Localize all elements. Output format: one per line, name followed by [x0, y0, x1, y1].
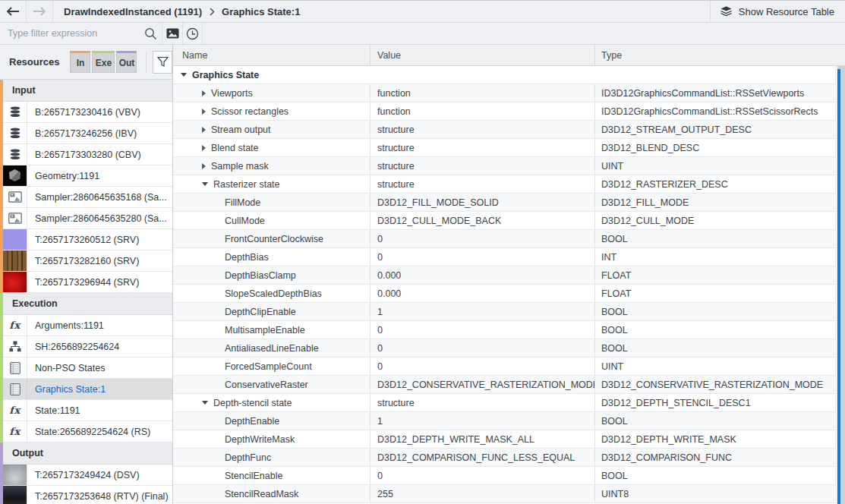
sidebar-item-label: T:2657173282160 (SRV): [27, 250, 172, 271]
column-header-name[interactable]: Name: [173, 45, 370, 65]
column-header-type[interactable]: Type: [595, 45, 845, 65]
cell-value: 0: [370, 339, 595, 357]
cell-name: Depth-stencil state: [173, 394, 370, 411]
sidebar-item[interactable]: B:2657173303280 (CBV): [3, 144, 172, 165]
image-view-button[interactable]: [162, 23, 182, 44]
sidebar-item-label: Sampler:2860645635168 (Sa...: [27, 187, 172, 207]
state-row[interactable]: Stream outputstructureD3D12_STREAM_OUTPU…: [173, 121, 835, 139]
state-row[interactable]: ForcedSampleCount0UINT: [173, 358, 835, 376]
sidebar-item[interactable]: T:2657173249424 (DSV): [3, 465, 172, 486]
show-resource-table-button[interactable]: Show Resource Table: [710, 1, 845, 22]
resource-filter-exe-button[interactable]: Exe: [92, 51, 115, 73]
item-icon-cell: [3, 250, 27, 271]
state-row[interactable]: FrontCounterClockwise0BOOL: [173, 230, 835, 248]
item-icon-cell: [3, 102, 27, 122]
state-row[interactable]: DepthBias0INT: [173, 248, 835, 266]
sidebar-item[interactable]: Sampler:2860645635168 (Sa...: [3, 187, 172, 208]
vertical-scrollbar[interactable]: [835, 66, 845, 504]
breadcrumb-current[interactable]: Graphics State:1: [222, 6, 300, 17]
state-row[interactable]: ConservativeRasterD3D12_CONSERVATIVE_RAS…: [173, 376, 835, 394]
cell-type: UINT: [595, 358, 835, 375]
row-name: Blend state: [211, 143, 259, 153]
scrollbar-thumb[interactable]: [837, 69, 840, 504]
expand-collapse-icon[interactable]: [202, 145, 206, 151]
state-row[interactable]: DepthClipEnable1BOOL: [173, 303, 835, 321]
sidebar-item[interactable]: T:2657173296944 (SRV): [3, 272, 172, 293]
layers-icon: [720, 6, 733, 17]
cell-value: structure: [370, 139, 595, 156]
history-button[interactable]: [182, 23, 203, 44]
state-row[interactable]: StencilReadMask255UINT8: [173, 485, 835, 503]
back-button[interactable]: [0, 1, 26, 22]
expand-collapse-icon[interactable]: [181, 73, 187, 77]
state-row[interactable]: Depth-stencil statestructureD3D12_DEPTH_…: [173, 394, 835, 412]
state-row[interactable]: DepthBiasClamp0.000FLOAT: [173, 266, 835, 285]
row-type: D3D12_DEPTH_STENCIL_DESC1: [601, 398, 751, 408]
cell-name: Rasterizer state: [173, 175, 370, 193]
filter-funnel-button[interactable]: [153, 51, 172, 74]
cell-name: DepthWriteMask: [173, 430, 370, 448]
state-row[interactable]: Graphics State: [173, 66, 835, 84]
sidebar-item[interactable]: T:2657173253648 (RTV) (Final): [3, 486, 172, 504]
cell-name: DepthBiasClamp: [173, 266, 370, 284]
row-type: BOOL: [601, 471, 628, 481]
row-name: DepthBias: [225, 252, 269, 263]
filter-input[interactable]: [8, 28, 144, 39]
state-row[interactable]: AntialiasedLineEnable0BOOL: [173, 339, 835, 358]
row-type: BOOL: [601, 343, 628, 354]
column-header-value[interactable]: Value: [370, 45, 595, 65]
row-name: DepthEnable: [225, 416, 279, 427]
breadcrumb-event[interactable]: DrawIndexedInstanced (1191): [64, 6, 202, 17]
forward-button[interactable]: [27, 1, 52, 22]
sidebar-item[interactable]: Geometry:1191: [3, 165, 172, 187]
expand-collapse-icon[interactable]: [202, 163, 206, 169]
expand-collapse-icon[interactable]: [202, 109, 206, 115]
sidebar-item[interactable]: B:2657173230416 (VBV): [3, 102, 172, 123]
resource-filter-in-button[interactable]: In: [70, 51, 90, 73]
cell-name: FrontCounterClockwise: [173, 230, 370, 247]
expand-collapse-icon[interactable]: [202, 90, 206, 96]
state-row[interactable]: DepthWriteMaskD3D12_DEPTH_WRITE_MASK_ALL…: [173, 430, 835, 449]
state-row[interactable]: DepthFuncD3D12_COMPARISON_FUNC_LESS_EQUA…: [173, 449, 835, 467]
row-value: 255: [377, 489, 393, 499]
sidebar-item[interactable]: fxState:1191: [3, 400, 172, 421]
sidebar-item[interactable]: T:2657173282160 (SRV): [3, 250, 172, 272]
sidebar-item-label: T:2657173249424 (DSV): [27, 465, 172, 485]
item-icon-cell: [3, 165, 27, 186]
state-row[interactable]: SlopeScaledDepthBias0.000FLOAT: [173, 285, 835, 303]
state-row[interactable]: Rasterizer statestructureD3D12_RASTERIZE…: [173, 175, 835, 194]
expand-collapse-icon[interactable]: [202, 127, 206, 133]
row-value: function: [377, 88, 411, 99]
state-row[interactable]: MultisampleEnable0BOOL: [173, 321, 835, 339]
breadcrumb-chevron-icon: [209, 8, 215, 16]
state-row[interactable]: Blend statestructureD3D12_BLEND_DESC: [173, 139, 835, 157]
sidebar-item[interactable]: B:2657173246256 (IBV): [3, 123, 172, 144]
sidebar-item[interactable]: SH:2656892254624: [3, 336, 172, 358]
state-row[interactable]: CullModeD3D12_CULL_MODE_BACKD3D12_CULL_M…: [173, 212, 835, 230]
row-value: 0: [377, 252, 383, 263]
state-table-panel: Name Value Type Graphics StateViewportsf…: [173, 45, 845, 504]
row-type: D3D12_FILL_MODE: [601, 197, 689, 208]
expand-collapse-icon[interactable]: [202, 182, 208, 186]
resource-filter-out-button[interactable]: Out: [116, 51, 137, 73]
cell-name: Stream output: [173, 121, 370, 138]
row-value: function: [377, 106, 411, 117]
expand-collapse-icon[interactable]: [202, 401, 208, 405]
state-row[interactable]: Scissor rectanglesfunctionID3D12Graphics…: [173, 102, 835, 121]
sidebar-item[interactable]: Graphics State:1: [3, 379, 172, 400]
row-value: 0: [377, 234, 383, 244]
section-output: OutputT:2657173249424 (DSV)T:26571732536…: [0, 443, 172, 504]
sidebar-item[interactable]: fxState:2656892254624 (RS): [3, 421, 172, 443]
state-row[interactable]: StencilEnable0BOOL: [173, 467, 835, 485]
sidebar-item[interactable]: fxArguments:1191: [3, 315, 172, 336]
state-row[interactable]: ViewportsfunctionID3D12GraphicsCommandLi…: [173, 84, 835, 102]
sidebar-item[interactable]: Sampler:2860645635280 (Sa...: [3, 208, 172, 229]
item-icon-cell: [3, 379, 27, 399]
state-row[interactable]: FillModeD3D12_FILL_MODE_SOLIDD3D12_FILL_…: [173, 194, 835, 212]
state-row[interactable]: Sample maskstructureUINT: [173, 157, 835, 175]
sidebar-item[interactable]: Non-PSO States: [3, 358, 172, 379]
cell-name: Blend state: [173, 139, 370, 156]
cell-value: D3D12_DEPTH_WRITE_MASK_ALL: [370, 430, 595, 448]
state-row[interactable]: DepthEnable1BOOL: [173, 412, 835, 430]
sidebar-item[interactable]: T:2657173260512 (SRV): [3, 229, 172, 250]
